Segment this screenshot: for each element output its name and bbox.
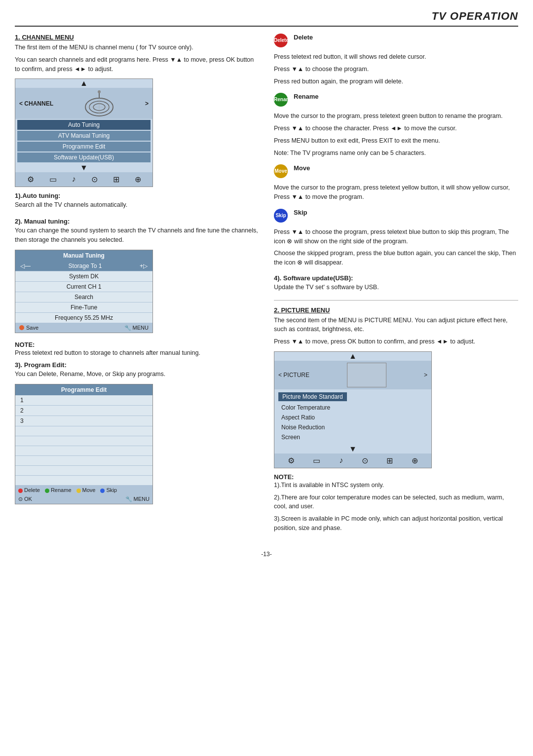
- rename-footer-item: Rename: [45, 487, 72, 493]
- software-update-item[interactable]: Software Update(USB): [17, 152, 151, 162]
- prog-row-5: [15, 436, 152, 446]
- move-footer-item: Move: [76, 487, 96, 493]
- note2-item3: 3).Screen is available in PC mode only, …: [274, 514, 518, 533]
- auto-tuning-text: Search all the TV channels automatically…: [15, 200, 259, 210]
- picture-menu-para2: Press ▼▲ to move, press OK button to con…: [274, 337, 518, 346]
- move-section: Move Move Move the cursor to the program…: [274, 164, 518, 202]
- rename-heading: Rename: [294, 93, 319, 100]
- prog-menu-title: Programme Edit: [15, 384, 152, 395]
- skip-btn-icon: Skip: [274, 209, 288, 223]
- prog-row-8: [15, 466, 152, 476]
- program-edit-heading: 3). Program Edit:: [15, 361, 259, 369]
- pic-aspect-ratio[interactable]: Aspect Ratio: [278, 413, 427, 422]
- right-column: Delete Delete Press teletext red button,…: [274, 34, 518, 541]
- save-dot-icon: [19, 325, 24, 330]
- auto-tuning-item[interactable]: Auto Tuning: [17, 120, 151, 130]
- manual-tuning-text: You can change the sound system to searc…: [15, 226, 259, 245]
- frequency-row: Frequency 55.25 MHz: [15, 313, 152, 323]
- prog-menu-label: 🔧 MENU: [125, 496, 150, 502]
- storage-row: ◁— Storage To 1 +▷: [15, 261, 152, 271]
- save-btn[interactable]: Save: [19, 325, 38, 331]
- page-title: TV OPERATION: [15, 10, 518, 27]
- manual-menu-title: Manual Tuning: [15, 250, 152, 261]
- left-column: 1. CHANNEL MENU The first item of the ME…: [15, 34, 259, 541]
- skip-section: Skip Skip Press ▼▲ to choose the program…: [274, 209, 518, 267]
- search-row: Search: [15, 292, 152, 302]
- system-dk-row: System DK: [15, 271, 152, 282]
- up-arrow-icon: ▲: [15, 79, 152, 88]
- pic-up-arrow: ▲: [274, 352, 431, 361]
- rename-feature-row: Rename Rename: [274, 93, 518, 107]
- prog-row-7: [15, 456, 152, 466]
- time-icon: ⊙: [91, 175, 98, 184]
- program-edit-text: You can Delete, Rename, Move, or Skip an…: [15, 370, 259, 379]
- delete-btn-icon: Delete: [274, 34, 288, 47]
- fine-tune-row: Fine-Tune: [15, 302, 152, 313]
- picture-menu-heading: 2. PICTURE MENU: [274, 306, 518, 314]
- programme-edit-item[interactable]: Programme Edit: [17, 142, 151, 151]
- prog-row-1: 1: [15, 395, 152, 406]
- pic-color-temp[interactable]: Color Temperature: [278, 403, 427, 412]
- pic-screen[interactable]: Screen: [278, 433, 427, 442]
- grid-icon: ⊞: [113, 175, 119, 184]
- channel-menu-para2: You can search channels and edit program…: [15, 55, 259, 74]
- picture-menu-para1: The second item of the MENU is PICTURE M…: [274, 316, 518, 335]
- skip-para1: Press ▼▲ to choose the program, press te…: [274, 227, 518, 246]
- delete-section: Delete Delete Press teletext red button,…: [274, 34, 518, 86]
- frequency-label: Frequency 55.25 MHz: [20, 314, 148, 321]
- rename-btn-icon: Rename: [274, 93, 288, 107]
- channel-menu-ui: ▲ < CHANNEL: [15, 78, 153, 187]
- menu-label: 🔧 MENU: [124, 325, 149, 331]
- pic-icon-bar: ⚙ ▭ ♪ ⊙ ⊞ ⊕: [274, 454, 431, 468]
- current-ch-row: Current CH 1: [15, 282, 152, 292]
- delete-heading: Delete: [294, 34, 313, 41]
- note1-box: NOTE: Press teletext red button to stora…: [15, 341, 259, 358]
- manual-footer: Save 🔧 MENU: [15, 323, 152, 333]
- note2-item1: 1).Tint is available in NTSC system only…: [274, 481, 518, 490]
- pic-noise-reduction[interactable]: Noise Reduction: [278, 423, 427, 432]
- pic-mode-standard[interactable]: Picture Mode Standard: [278, 392, 347, 401]
- prog-footer2: ⊙ OK 🔧 MENU: [15, 494, 152, 504]
- software-update-section: 4). Software update(USB): Update the TV …: [274, 274, 518, 292]
- music-icon: ♪: [72, 175, 76, 184]
- channel-menu-heading: 1. CHANNEL MENU: [15, 34, 259, 41]
- pic-settings-icon: ⊕: [412, 456, 418, 465]
- skip-footer-item: Skip: [100, 487, 116, 493]
- save-label: Save: [26, 325, 38, 331]
- move-heading: Move: [294, 164, 310, 172]
- channel-menu-section: 1. CHANNEL MENU The first item of the ME…: [15, 34, 259, 504]
- fine-tune-label: Fine-Tune: [20, 304, 148, 311]
- prog-row-6: [15, 446, 152, 456]
- software-update-heading: 4). Software update(USB):: [274, 274, 518, 282]
- rename-section: Rename Rename Move the cursor to the pro…: [274, 93, 518, 157]
- prog-row-4: [15, 426, 152, 436]
- ok-btn[interactable]: ⊙ OK: [18, 496, 32, 502]
- note2-title: NOTE:: [274, 473, 518, 481]
- skip-feature-row: Skip Skip: [274, 209, 518, 223]
- note1-text: Press teletext red button to storage to …: [15, 348, 259, 358]
- note1-title: NOTE:: [15, 341, 35, 348]
- picture-menu-ui: ▲ < PICTURE > Picture Mode Standard Colo…: [274, 351, 432, 468]
- icon-bar: ⚙ ▭ ♪ ⊙ ⊞ ⊕: [15, 172, 152, 187]
- storage-label: Storage To 1: [31, 263, 140, 269]
- move-para1: Move the cursor to the program, press te…: [274, 183, 518, 202]
- manual-tuning-heading: 2). Manual tuning:: [15, 218, 259, 225]
- prog-footer-icons: Delete Rename Move Skip: [18, 487, 117, 493]
- skip-heading: Skip: [294, 209, 307, 216]
- rename-para1: Move the cursor to the program, press te…: [274, 112, 518, 121]
- note2-box: NOTE: 1).Tint is available in NTSC syste…: [274, 473, 518, 533]
- programme-edit-menu-ui: Programme Edit 1 2 3 Delete Rename: [15, 384, 153, 504]
- pic-grid-icon: ⊞: [386, 456, 393, 465]
- prog-footer: Delete Rename Move Skip: [15, 486, 152, 494]
- satellite-dish-icon: [82, 90, 116, 117]
- atv-manual-item[interactable]: ATV Manual Tuning: [17, 131, 151, 141]
- tv-icon: ▭: [49, 175, 57, 184]
- channel-menu-para1: The first item of the MENU is channel me…: [15, 43, 259, 52]
- software-update-text: Update the TV set' s software by USB.: [274, 283, 518, 292]
- svg-point-4: [98, 90, 101, 93]
- skip-para2: Choose the skipped program, press the bl…: [274, 249, 518, 267]
- prog-row-2: 2: [15, 406, 152, 416]
- system-dk-label: System DK: [20, 273, 148, 280]
- note2-item2: 2).There are four color temperature mode…: [274, 493, 518, 512]
- channel-menu-header: < CHANNEL >: [15, 88, 152, 119]
